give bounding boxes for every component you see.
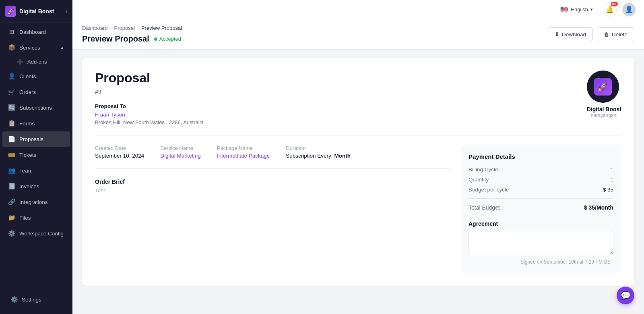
- sidebar-item-label: Team: [19, 168, 33, 174]
- duration-label: Duration: [286, 145, 351, 151]
- proposal-title: Proposal: [95, 71, 204, 85]
- delete-button[interactable]: 🗑 Delete: [597, 27, 634, 41]
- sidebar-header: 🚀 Digital Boost ‹: [0, 0, 72, 23]
- created-date-label: Created Date: [95, 145, 144, 151]
- sidebar-item-clients[interactable]: 👤 Clients: [2, 69, 70, 84]
- sidebar-item-label: Files: [19, 215, 31, 221]
- sidebar-item-dashboard[interactable]: ⊞ Dashboard: [2, 24, 70, 40]
- sidebar-item-integrations[interactable]: 🔗 Integrations: [2, 194, 70, 210]
- sidebar-item-label: Workspace Config: [19, 231, 64, 237]
- sidebar-item-tickets[interactable]: 🎫 Tickets: [2, 147, 70, 162]
- sidebar-item-workspace-config[interactable]: ⚙️ Workspace Config: [2, 226, 70, 241]
- app-name: Digital Boost: [19, 8, 54, 15]
- settings-icon: ⚙️: [10, 296, 18, 303]
- sidebar-item-addons[interactable]: ➕ Add-ons: [2, 56, 70, 68]
- delete-label: Delete: [612, 31, 627, 37]
- app-logo-icon: 🚀: [5, 6, 16, 17]
- quantity-value: 1: [610, 177, 613, 183]
- user-avatar-button[interactable]: 👤: [622, 3, 636, 17]
- trash-icon: 🗑: [604, 31, 609, 37]
- budget-per-cycle-value: $ 35: [603, 187, 613, 193]
- order-brief-label: Order Brief: [95, 179, 451, 185]
- payment-title: Payment Details: [469, 153, 613, 160]
- orders-icon: 🛒: [8, 88, 15, 96]
- chat-button[interactable]: 💬: [617, 287, 634, 304]
- notifications-button[interactable]: 🔔 9+: [603, 3, 617, 17]
- agreement-signed-text: Signed on September 10th at 7:19 PM BST: [469, 259, 613, 265]
- clients-icon: 👤: [8, 73, 15, 80]
- sidebar-item-orders[interactable]: 🛒 Orders: [2, 84, 70, 100]
- sidebar-item-label: Invoices: [19, 183, 39, 189]
- invoices-icon: 🧾: [8, 183, 15, 190]
- total-budget-value: $ 35/Month: [584, 204, 613, 211]
- payment-divider: [469, 198, 613, 199]
- meta-service-name: Service Name Digital Marketing: [160, 145, 201, 159]
- company-logo: 🚀: [587, 71, 619, 103]
- meta-package-name: Package Name Intermediate Package: [217, 145, 270, 159]
- proposal-main: Created Date September 10, 2024 Service …: [95, 145, 451, 273]
- order-brief-value: Test: [95, 187, 451, 193]
- sidebar-settings-label: Settings: [22, 297, 41, 303]
- divider-2: [95, 168, 451, 169]
- chevron-up-icon: ▲: [60, 45, 64, 50]
- proposal-info: Proposal #9 Proposal To Fraan Tyson Brok…: [95, 71, 204, 125]
- dashboard-icon: ⊞: [8, 28, 15, 35]
- company-logo-block: 🚀 Digital Boost narayanganj: [587, 71, 621, 118]
- billing-cycle-value: 1: [610, 166, 613, 173]
- quantity-label: Quantity: [469, 177, 489, 183]
- workspace-icon: ⚙️: [8, 230, 15, 237]
- meta-duration: Duration Subscription Every Month: [286, 145, 351, 159]
- topbar: 🇺🇸 English ▾ 🔔 9+ 👤: [72, 0, 644, 19]
- company-name: Digital Boost: [587, 106, 621, 112]
- sidebar-item-files[interactable]: 📁 Files: [2, 210, 70, 225]
- page-title: Preview Proposal: [82, 34, 149, 44]
- breadcrumb-sep-1: ›: [110, 25, 112, 31]
- chat-icon: 💬: [621, 291, 631, 300]
- sidebar-item-label: Services: [19, 45, 40, 51]
- package-name-value[interactable]: Intermediate Package: [217, 153, 270, 159]
- sidebar-item-subscriptions[interactable]: 🔄 Subscriptions: [2, 100, 70, 115]
- sidebar-item-label: Clients: [19, 73, 36, 79]
- sidebar-item-label: Integrations: [19, 199, 48, 205]
- page-title-row: Preview Proposal Accepted: [82, 34, 182, 44]
- breadcrumb-dashboard[interactable]: Dashboard: [82, 25, 108, 31]
- sidebar-item-forms[interactable]: 📋 Forms: [2, 116, 70, 131]
- quantity-row: Quantity 1: [469, 177, 613, 183]
- company-logo-inner: 🚀: [594, 78, 612, 96]
- proposal-top: Proposal #9 Proposal To Fraan Tyson Brok…: [95, 71, 621, 125]
- duration-prefix: Subscription Every: [286, 153, 331, 159]
- status-label: Accepted: [159, 36, 181, 42]
- agreement-section: Agreement Signed on September 10th at 7:…: [469, 220, 613, 265]
- proposal-client-name: Fraan Tyson: [95, 112, 204, 118]
- sidebar-item-label: Dashboard: [19, 29, 46, 35]
- proposal-to-label: Proposal To: [95, 103, 204, 109]
- package-name-label: Package Name: [217, 145, 270, 151]
- breadcrumb-proposal[interactable]: Proposal: [114, 25, 135, 31]
- billing-cycle-label: Billing Cycle: [469, 166, 498, 173]
- duration-value: Subscription Every Month: [286, 153, 351, 159]
- sidebar-item-proposals[interactable]: 📄 Proposals: [2, 131, 70, 147]
- sidebar-toggle-button[interactable]: ‹: [66, 8, 68, 15]
- proposal-number: #9: [95, 89, 204, 95]
- language-selector[interactable]: 🇺🇸 English ▾: [556, 4, 597, 15]
- download-button[interactable]: ⬇ Download: [548, 27, 593, 41]
- page-content: Dashboard › Proposal › Preview Proposal …: [72, 19, 644, 314]
- budget-per-cycle-row: Budget per cycle $ 35: [469, 187, 613, 193]
- sidebar-item-settings[interactable]: ⚙️ Settings: [5, 292, 68, 307]
- agreement-textarea[interactable]: [469, 231, 613, 255]
- breadcrumb-current: Preview Proposal: [141, 25, 182, 31]
- sidebar-item-team[interactable]: 👥 Team: [2, 163, 70, 178]
- forms-icon: 📋: [8, 120, 15, 127]
- proposals-icon: 📄: [8, 135, 15, 143]
- header-actions: ⬇ Download 🗑 Delete: [548, 27, 634, 41]
- flag-icon: 🇺🇸: [560, 6, 568, 13]
- sidebar-item-services[interactable]: 📦 Services ▲: [2, 40, 70, 55]
- company-sub: narayanganj: [587, 112, 621, 118]
- download-icon: ⬇: [555, 31, 559, 37]
- files-icon: 📁: [8, 214, 15, 221]
- notification-badge: 9+: [611, 2, 618, 6]
- status-dot: [154, 37, 157, 41]
- divider-1: [95, 135, 621, 135]
- service-name-value[interactable]: Digital Marketing: [160, 153, 201, 159]
- sidebar-item-invoices[interactable]: 🧾 Invoices: [2, 179, 70, 194]
